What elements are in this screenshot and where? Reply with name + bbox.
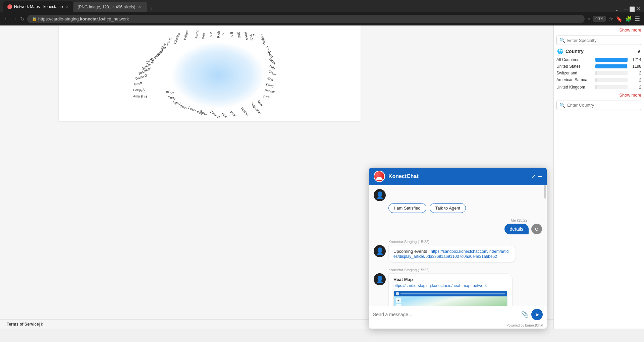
show-more-country[interactable]: Show more [619, 93, 641, 98]
network-map-card: Wilkes Charles Jae K Kyle Gregory Gordon… [59, 25, 361, 121]
agent-bubble-1: Upcoming events : https://sandbox.konect… [388, 245, 516, 263]
node-label: Charles [173, 32, 181, 44]
agent-bubble-2: Heat Map https://cardio-staging.konectar… [388, 273, 513, 306]
reader-icon[interactable]: ≡ [587, 16, 590, 22]
node-label: oGuy [166, 90, 174, 94]
node-label: Patr [263, 95, 269, 99]
zoom-badge[interactable]: 90% [593, 16, 606, 22]
country-count-as: 2 [630, 78, 641, 82]
chat-attach-button[interactable]: 📎 [521, 311, 529, 318]
quick-replies: I am Satisfied Talk to Agent [388, 203, 542, 213]
country-bar-all [595, 58, 628, 62]
close-window-button[interactable]: ✕ [636, 6, 641, 12]
country-list: All Countries 1214 United States 1198 Sw… [554, 56, 644, 91]
security-icon: 🔒 [32, 16, 37, 21]
agent-avatar-row: 👤 [374, 189, 542, 201]
node-label: Amir [257, 99, 264, 107]
bookmark-icon[interactable]: ☆ [608, 16, 613, 22]
user-avatar: C [531, 224, 542, 234]
node-label: Cheri [268, 69, 277, 76]
node-label: Gregg L [133, 87, 146, 92]
footer-separator: | k [39, 322, 43, 327]
country-count-uk: 2 [630, 85, 641, 90]
node-label: Beau P [210, 110, 221, 119]
agent-message-row-2: 👤 Heat Map https://cardio-staging.konect… [374, 273, 542, 306]
country-bar-wrap [595, 64, 628, 68]
node-label: Geoff [133, 81, 142, 86]
agent-avatar-1: 👤 [374, 189, 386, 201]
pocket-icon[interactable]: 🔖 [616, 16, 623, 22]
country-count-us: 1198 [630, 64, 641, 69]
node-label: Patr [229, 110, 236, 117]
specialty-input[interactable] [567, 38, 638, 43]
country-bar-ch [595, 71, 597, 75]
agent-avatar-2: 👤 [374, 245, 386, 257]
country-bar-wrap [595, 71, 628, 75]
node-label: V [221, 33, 225, 35]
menu-icon[interactable]: ☰ [635, 15, 640, 22]
node-label: Feng [266, 82, 274, 88]
specialty-search-box[interactable]: 🔍 [556, 36, 641, 45]
tab-2-label: (PNG Image, 1281 × 496 pixels) [77, 5, 135, 9]
country-bar-us [595, 64, 627, 68]
i-am-satisfied-button[interactable]: I am Satisfied [388, 203, 426, 213]
address-bar[interactable]: 🔒 https://cardio-staging.konectar.io/hcp… [27, 15, 585, 23]
country-count-ch: 2 [630, 71, 641, 75]
powered-by: Powered by konectChat [369, 323, 547, 329]
node-label: Li [253, 33, 257, 37]
show-more-top[interactable]: Show more [619, 27, 641, 33]
node-label: Huang [240, 106, 250, 116]
terms-of-service-link[interactable]: Terms of Service [7, 322, 39, 327]
minimize-button[interactable]: ─ [624, 6, 628, 12]
search-icon-country: 🔍 [559, 103, 565, 108]
country-section-header: 🌐 Country ∧ [554, 46, 644, 56]
agent-sender-label-1: Konectar Staging (15:22) [388, 240, 542, 244]
node-label: Guglia [260, 33, 266, 44]
chat-scrollbar-thumb [544, 185, 546, 198]
node-label: Obuv [179, 104, 188, 110]
chat-minimize-button[interactable]: ─ [538, 173, 542, 180]
chat-body: 👤 I am Satisfied Talk to Agent Me (15:22… [369, 185, 547, 306]
refresh-button[interactable]: ↻ [20, 16, 24, 22]
restore-button[interactable]: ⬜ [629, 6, 635, 12]
chat-send-button[interactable]: ➤ [531, 309, 543, 320]
tab-2-close[interactable]: ✕ [138, 5, 141, 9]
country-name-as: American Samoa [556, 77, 593, 83]
heat-map-link[interactable]: https://cardio-staging.konectar.io/heat_… [393, 283, 507, 288]
collapse-icon[interactable]: ∧ [637, 49, 641, 54]
node-label: Eda [221, 112, 228, 118]
tab-list-button[interactable]: ⌄ [613, 7, 621, 12]
node-label: Son [267, 76, 274, 81]
country-input[interactable] [567, 103, 638, 108]
right-filter-panel: Show more 🔍 🌐 Country ∧ All Countries 12… [553, 25, 644, 329]
country-name-uk: United Kingdom [556, 85, 593, 90]
back-button[interactable]: ← [4, 16, 9, 22]
tab-network-maps[interactable]: Network Maps - konectar.io ✕ [3, 1, 73, 12]
node-label: Beau [199, 109, 208, 116]
tab-png-image[interactable]: (PNG Image, 1281 × 496 pixels) ✕ [73, 2, 147, 12]
country-bar-wrap [595, 85, 628, 89]
forward-button[interactable]: → [12, 16, 17, 22]
node-label: Shill [237, 32, 241, 38]
chat-expand-button[interactable]: ⤢ [531, 173, 536, 180]
network-blob [171, 42, 265, 109]
country-bar-as [595, 78, 597, 82]
country-bar-uk [595, 85, 597, 89]
chat-widget: KonectChat ⤢ ─ 👤 I am Satisfied Talk to … [369, 168, 547, 329]
heat-map-title: Heat Map [393, 277, 507, 282]
extensions-icon[interactable]: 🧩 [625, 16, 632, 22]
heat-map-preview: + − [393, 291, 507, 306]
node-label: E V [230, 32, 234, 37]
enter-country-box[interactable]: 🔍 [556, 101, 641, 110]
tab-1-close[interactable]: ✕ [65, 4, 69, 9]
chat-input-area: 📎 ➤ [369, 306, 547, 323]
url-display: https://cardio-staging.konectar.io/hcp_n… [38, 16, 129, 21]
chat-logo [374, 171, 385, 182]
country-row: United Kingdom 2 [556, 84, 641, 91]
chat-scrollbar[interactable] [544, 185, 546, 306]
agent-message-row-1: 👤 Upcoming events : https://sandbox.kone… [374, 245, 542, 263]
talk-to-agent-button[interactable]: Talk to Agent [430, 203, 466, 213]
chat-message-input[interactable] [373, 312, 519, 317]
new-tab-button[interactable]: + [148, 6, 156, 12]
network-visualization: Wilkes Charles Jae K Kyle Gregory Gordon… [59, 25, 361, 121]
